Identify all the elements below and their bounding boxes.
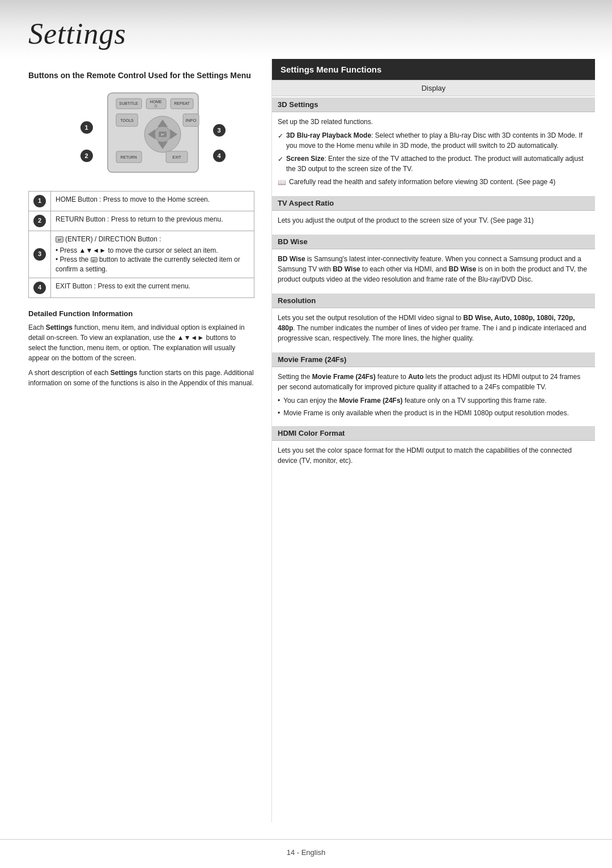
check-item-bluray-playback: ✓ 3D Blu-ray Playback Mode: Select wheth… [278, 130, 589, 151]
detailed-function-p1: Each Settings function, menu item, and i… [28, 322, 254, 363]
subsection-tv-aspect-ratio-content: Lets you adjust the output of the produc… [272, 211, 595, 233]
section-resolution: Resolution Lets you set the output resol… [272, 293, 595, 351]
bullet-text-2: Movie Frame is only available when the p… [283, 408, 569, 418]
bullet-dot-1: • [278, 395, 280, 406]
row-text: EXIT Button : Press to exit the current … [51, 278, 254, 297]
left-column: Buttons on the Remote Control Used for t… [0, 59, 272, 822]
svg-text:RETURN: RETURN [120, 155, 137, 159]
hdmi-color-format-intro: Lets you set the color space format for … [278, 445, 589, 466]
subsection-resolution-content: Lets you set the output resolution of th… [272, 308, 595, 351]
section-bd-wise: BD Wise BD Wise is Samsung's latest inte… [272, 235, 595, 292]
row-number: 1 [29, 191, 51, 211]
reference-table: 1 HOME Button : Press to move to the Hom… [28, 191, 254, 298]
svg-text:REPEAT: REPEAT [174, 101, 190, 105]
callout-4: 4 [213, 150, 226, 162]
subsection-tv-aspect-ratio-title: TV Aspect Ratio [272, 196, 595, 211]
svg-text:INFO: INFO [185, 118, 196, 123]
section-3d-settings: 3D Settings Set up the 3D related functi… [272, 97, 595, 195]
left-section-title: Buttons on the Remote Control Used for t… [28, 70, 254, 82]
movie-frame-intro: Setting the Movie Frame (24Fs) feature t… [278, 372, 589, 392]
detailed-function-title: Detailed Function Information [28, 309, 254, 318]
check-item-screen-size: ✓ Screen Size: Enter the size of the TV … [278, 154, 589, 174]
subsection-hdmi-color-format-content: Lets you set the color space format for … [272, 441, 595, 474]
resolution-intro: Lets you set the output resolution of th… [278, 313, 589, 343]
subsection-hdmi-color-format-title: HDMI Color Format [272, 426, 595, 441]
subsection-movie-frame-content: Setting the Movie Frame (24Fs) feature t… [272, 367, 595, 425]
callout-2: 2 [80, 150, 93, 162]
right-column: Settings Menu Functions Display 3D Setti… [272, 59, 612, 822]
callout-3: 3 [213, 124, 226, 137]
check-item-text: 3D Blu-ray Playback Mode: Select whether… [286, 130, 589, 151]
subsection-resolution-title: Resolution [272, 293, 595, 308]
enter-icon: ↵ [56, 236, 63, 242]
3d-intro: Set up the 3D related functions. [278, 117, 589, 127]
check-item-text-2: Screen Size: Enter the size of the TV at… [286, 154, 589, 174]
page-header: Settings [0, 0, 612, 59]
row-text: HOME Button : Press to move to the Home … [51, 191, 254, 211]
row-number: 3 [29, 231, 51, 278]
tv-aspect-ratio-intro: Lets you adjust the output of the produc… [278, 215, 589, 225]
check-mark-icon: ✓ [278, 131, 283, 141]
page-wrapper: Settings Buttons on the Remote Control U… [0, 0, 612, 868]
row-text: RETURN Button : Press to return to the p… [51, 211, 254, 231]
callout-1: 1 [80, 121, 93, 134]
page-number: 14 - English [287, 848, 326, 857]
bullet-dot-2: • [278, 408, 280, 418]
page-footer: 14 - English [0, 839, 612, 868]
svg-text:EXIT: EXIT [172, 155, 181, 159]
section-tv-aspect-ratio: TV Aspect Ratio Lets you adjust the outp… [272, 196, 595, 233]
table-row: 3 ↵ (ENTER) / DIRECTION Button : • Press… [29, 231, 254, 278]
check-mark-icon-2: ✓ [278, 154, 283, 164]
safety-text: Carefully read the health and safety inf… [289, 177, 555, 187]
book-icon: 📖 [278, 177, 286, 188]
section-movie-frame: Movie Frame (24Fs) Setting the Movie Fra… [272, 352, 595, 425]
row-number: 4 [29, 278, 51, 297]
table-row: 2 RETURN Button : Press to return to the… [29, 211, 254, 231]
subsection-bd-wise-content: BD Wise is Samsung's latest inter-connec… [272, 249, 595, 292]
subsection-bd-wise-title: BD Wise [272, 235, 595, 249]
table-row: 4 EXIT Button : Press to exit the curren… [29, 278, 254, 297]
remote-diagram: SUBTITLE HOME ⌂ REPEAT TOOLS [51, 90, 254, 182]
row-number: 2 [29, 211, 51, 231]
display-bar: Display [272, 80, 595, 96]
svg-text:SUBTITLE: SUBTITLE [119, 101, 138, 105]
enter-btn-inline: ↵ [91, 257, 97, 262]
section-hdmi-color-format: HDMI Color Format Lets you set the color… [272, 426, 595, 474]
subsection-3d-settings-title: 3D Settings [272, 97, 595, 112]
subsection-3d-settings-content: Set up the 3D related functions. ✓ 3D Bl… [272, 112, 595, 195]
bullet-text-1: You can enjoy the Movie Frame (24Fs) fea… [283, 395, 546, 406]
main-content: Buttons on the Remote Control Used for t… [0, 59, 612, 839]
bullet-item-movie-frame-2: • Movie Frame is only available when the… [278, 408, 589, 418]
remote-svg: SUBTITLE HOME ⌂ REPEAT TOOLS [91, 90, 215, 181]
detailed-function-p2: A short description of each Settings fun… [28, 368, 254, 388]
subsection-movie-frame-title: Movie Frame (24Fs) [272, 352, 595, 367]
svg-text:⌂: ⌂ [154, 103, 157, 108]
settings-menu-header: Settings Menu Functions [272, 59, 595, 80]
row-text: ↵ (ENTER) / DIRECTION Button : • Press ▲… [51, 231, 254, 278]
svg-text:↵: ↵ [161, 133, 164, 137]
check-item-safety: 📖 Carefully read the health and safety i… [278, 177, 589, 188]
bullet-item-movie-frame-1: • You can enjoy the Movie Frame (24Fs) f… [278, 395, 589, 406]
bd-wise-body: BD Wise is Samsung's latest inter-connec… [278, 254, 589, 284]
page-title: Settings [28, 17, 584, 50]
table-row: 1 HOME Button : Press to move to the Hom… [29, 191, 254, 211]
svg-text:TOOLS: TOOLS [120, 118, 134, 122]
